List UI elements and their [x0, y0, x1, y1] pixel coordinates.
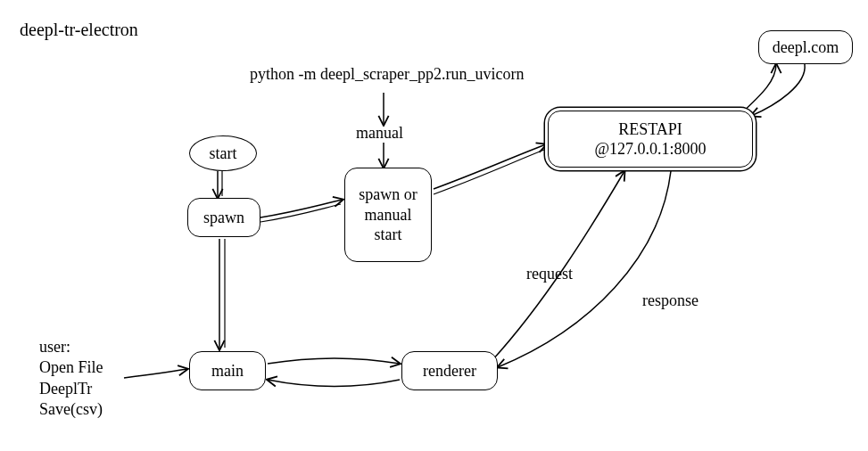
- response-label: response: [642, 291, 699, 311]
- node-renderer-label: renderer: [423, 361, 476, 381]
- node-spawn-or-manual-label: spawn or manual start: [354, 184, 422, 245]
- node-restapi: RESTAPI @127.0.0.1:8000: [548, 111, 753, 168]
- node-spawn-or-manual: spawn or manual start: [344, 168, 432, 262]
- node-spawn: spawn: [187, 198, 260, 237]
- node-start: start: [189, 135, 257, 171]
- node-restapi-line1: RESTAPI: [618, 119, 682, 140]
- diagram-canvas: deepl-tr-electron python -m deepl_scrape…: [0, 0, 868, 451]
- node-main: main: [189, 351, 266, 390]
- node-start-label: start: [210, 144, 237, 164]
- node-deepl: deepl.com: [758, 30, 853, 64]
- command-text: python -m deepl_scraper_pp2.run_uvicorn: [250, 64, 524, 85]
- user-actions-text: user: Open File DeeplTr Save(csv): [39, 337, 103, 421]
- node-spawn-label: spawn: [203, 208, 244, 228]
- manual-label: manual: [356, 123, 403, 144]
- node-main-label: main: [211, 361, 244, 381]
- node-deepl-label: deepl.com: [773, 37, 839, 58]
- diagram-title: deepl-tr-electron: [20, 18, 138, 41]
- node-restapi-line2: @127.0.0.1:8000: [594, 139, 706, 160]
- request-label: request: [526, 264, 573, 284]
- node-renderer: renderer: [401, 351, 498, 390]
